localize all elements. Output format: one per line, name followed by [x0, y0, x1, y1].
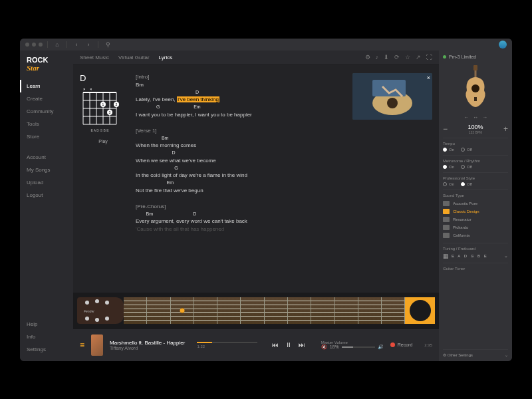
- album-art[interactable]: [91, 334, 103, 356]
- video-overlay[interactable]: ×: [352, 73, 432, 120]
- lyrics-highlight: I've been thinking: [177, 96, 219, 102]
- svg-text:3: 3: [109, 110, 111, 114]
- expand-icon[interactable]: ⛶: [426, 54, 432, 61]
- soundhole: [405, 297, 435, 324]
- nav-mysongs[interactable]: My Songs: [20, 164, 73, 176]
- tuning-select[interactable]: ▦E A D G B E⌄: [443, 253, 508, 259]
- nav-info[interactable]: Info: [20, 331, 73, 343]
- player-bar: ≡ Marshmello ft. Bastille - Happier Tiff…: [73, 329, 439, 361]
- playlist-icon[interactable]: ≡: [80, 340, 84, 350]
- tab-virtualguitar[interactable]: Virtual Guitar: [118, 55, 150, 61]
- sound-pickardo[interactable]: Pickardo: [443, 223, 508, 231]
- back-icon[interactable]: ‹: [72, 40, 81, 49]
- fretboard[interactable]: Fender: [73, 293, 439, 329]
- zoom-in-button[interactable]: +: [503, 124, 508, 134]
- sound-resonator[interactable]: Resonator: [443, 215, 508, 223]
- share-icon[interactable]: ↗: [416, 54, 421, 61]
- sound-acoustic[interactable]: Acoustic Pure: [443, 200, 508, 207]
- other-settings-button[interactable]: ⚙ Other Settings: [443, 352, 473, 357]
- search-icon[interactable]: ⚲: [103, 40, 112, 49]
- nav-tools[interactable]: Tools: [20, 118, 73, 130]
- tabs: Sheet Music Virtual Guitar Lyrics ⚙ ♪ ⬇ …: [73, 51, 439, 65]
- progress-bar[interactable]: 1:22: [197, 342, 257, 348]
- download-icon[interactable]: ⬇: [384, 54, 389, 61]
- nav-logout[interactable]: Logout: [20, 189, 73, 201]
- chord-display: D ×× 1 2 3 E: [80, 73, 126, 293]
- svg-rect-33: [474, 97, 477, 101]
- svg-text:Fender: Fender: [84, 309, 94, 313]
- sound-california[interactable]: California: [443, 231, 508, 239]
- volume-icon[interactable]: 🔊: [378, 344, 384, 350]
- plan-badge[interactable]: Pm-3 Limited: [443, 55, 508, 59]
- prev-button[interactable]: ⏮: [272, 341, 279, 348]
- svg-text:1: 1: [102, 102, 104, 106]
- svg-point-32: [471, 84, 479, 92]
- tab-lyrics[interactable]: Lyrics: [159, 55, 173, 61]
- svg-point-22: [387, 98, 398, 108]
- svg-rect-31: [473, 65, 477, 70]
- fret-neck[interactable]: [124, 297, 405, 324]
- tempo-toggle[interactable]: On Off: [443, 148, 508, 152]
- svg-text:E A D G B E: E A D G B E: [90, 128, 109, 132]
- forward-icon[interactable]: ›: [84, 40, 93, 49]
- refresh-icon[interactable]: ⟳: [394, 54, 400, 61]
- metronome-toggle[interactable]: On Off: [443, 165, 508, 169]
- record-button[interactable]: Record: [390, 342, 413, 347]
- titlebar: ⌂ ‹ › ⚲: [20, 39, 512, 51]
- svg-point-29: [105, 317, 109, 321]
- logo: ROCKStar: [20, 56, 73, 80]
- headstock: Fender: [77, 297, 124, 324]
- star-icon[interactable]: ☆: [405, 54, 410, 61]
- video-close-icon[interactable]: ×: [427, 74, 430, 81]
- nav-settings[interactable]: Settings: [20, 343, 73, 356]
- collapse-icon[interactable]: ↔: [473, 114, 478, 120]
- svg-point-27: [85, 317, 89, 321]
- right-panel: Pm-3 Limited ← ↔ → − 100%123 BPM + Tempo: [439, 51, 512, 361]
- avatar[interactable]: [499, 41, 507, 49]
- svg-text:2: 2: [116, 102, 118, 106]
- volume-slider[interactable]: [342, 346, 375, 348]
- zoom-out-button[interactable]: −: [443, 124, 448, 134]
- nav-create[interactable]: Create: [20, 92, 73, 105]
- chevron-down-icon[interactable]: ⌄: [505, 352, 508, 357]
- next-button[interactable]: ⏭: [299, 341, 305, 348]
- arrow-right-icon[interactable]: →: [482, 114, 487, 120]
- mute-icon[interactable]: 🔇: [321, 344, 327, 350]
- svg-point-25: [95, 299, 99, 303]
- nav-store[interactable]: Store: [20, 130, 73, 143]
- pause-button[interactable]: ⏸: [285, 341, 292, 348]
- nav-learn[interactable]: Learn: [20, 80, 73, 92]
- svg-point-28: [95, 318, 99, 322]
- svg-point-24: [85, 301, 89, 305]
- note-icon[interactable]: ♪: [376, 54, 379, 61]
- nav-community[interactable]: Community: [20, 105, 73, 118]
- svg-text:×: ×: [90, 87, 92, 91]
- nav-help[interactable]: Help: [20, 318, 73, 331]
- track-artist: Tiffany Alvord: [110, 346, 185, 350]
- window-controls[interactable]: [25, 43, 43, 47]
- arrow-left-icon[interactable]: ←: [464, 114, 469, 120]
- guitar-image: [459, 65, 492, 108]
- sound-classic[interactable]: Classic Design: [443, 207, 508, 215]
- track-title: Marshmello ft. Bastille - Happier: [110, 340, 185, 346]
- home-icon[interactable]: ⌂: [53, 40, 62, 49]
- sidebar: ROCKStar Learn Create Community Tools St…: [20, 51, 73, 361]
- nav-account[interactable]: Account: [20, 151, 73, 164]
- nav-upload[interactable]: Upload: [20, 176, 73, 189]
- chord-play-button[interactable]: Play: [80, 139, 126, 144]
- tab-sheetmusic[interactable]: Sheet Music: [80, 55, 109, 61]
- chord-diagram: ×× 1 2 3 E A D G B E: [80, 87, 120, 134]
- chord-name: D: [80, 73, 126, 83]
- svg-text:×: ×: [83, 87, 86, 91]
- style-toggle[interactable]: On Off: [443, 182, 508, 186]
- total-time: 2:35: [424, 343, 432, 347]
- svg-point-26: [105, 301, 109, 305]
- tool-icon[interactable]: ⚙: [365, 54, 370, 61]
